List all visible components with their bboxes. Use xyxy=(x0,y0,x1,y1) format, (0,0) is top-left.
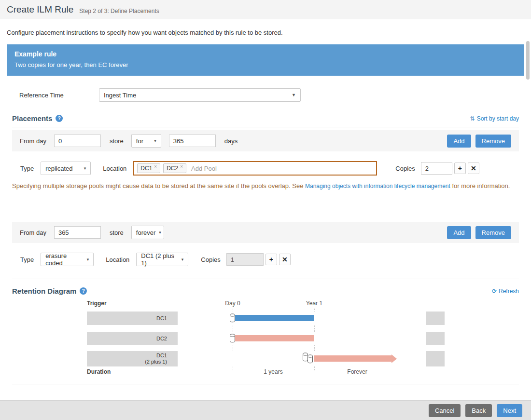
cancel-button[interactable]: Cancel xyxy=(429,404,461,417)
help-icon[interactable]: ? xyxy=(80,287,87,295)
duration-label: Duration xyxy=(87,368,111,375)
placement-detail-row-2: Type erasure coded ▾ Location DC1 (2 plu… xyxy=(12,253,519,266)
axis-day0-label: Day 0 xyxy=(218,300,247,307)
divider xyxy=(12,127,519,127)
chevron-down-icon: ▾ xyxy=(154,138,156,143)
from-day-label: From day xyxy=(20,137,46,145)
copies-input[interactable] xyxy=(421,162,452,175)
sort-by-start-day-link[interactable]: ⇅ Sort by start day xyxy=(470,115,519,122)
diagram-row-dc1-ec: DC1 (2 plus 1) xyxy=(87,351,445,366)
chevron-down-icon: ▼ xyxy=(292,93,296,97)
placement-row-1: From day store for ▾ days Add Remove xyxy=(12,130,519,151)
location-label: Location xyxy=(103,165,126,172)
store-mode-select[interactable]: for ▾ xyxy=(131,134,161,148)
storage-pool-warning: Specifying multiple storage pools might … xyxy=(12,181,517,191)
reference-time-row: Reference Time Ingest Time ▼ xyxy=(12,88,519,102)
add-pool-placeholder: Add Pool xyxy=(191,165,217,172)
retention-diagram-heading: Retention Diagram xyxy=(12,287,76,295)
page-header: Create ILM Rule Step 2 of 3: Define Plac… xyxy=(0,0,531,19)
pool-tag-label: DC1 xyxy=(140,165,152,172)
from-day-input[interactable] xyxy=(54,226,101,239)
store-label: store xyxy=(110,137,124,145)
remove-pool-icon[interactable]: × xyxy=(180,164,183,169)
storage-cylinder-icon xyxy=(307,354,313,365)
location-value: DC1 (2 plus 1) xyxy=(141,252,178,267)
refresh-link[interactable]: ⟳ Refresh xyxy=(492,288,519,295)
location-label: Location xyxy=(106,256,129,263)
back-button[interactable]: Back xyxy=(465,404,492,417)
refresh-link-label: Refresh xyxy=(499,288,519,295)
from-day-label: From day xyxy=(20,229,46,236)
placements-header: Placements ? ⇅ Sort by start day xyxy=(12,114,519,122)
chevron-down-icon: ▾ xyxy=(87,257,89,262)
example-rule-banner: Example rule Two copies for one year, th… xyxy=(7,44,524,76)
chevron-down-icon: ▾ xyxy=(159,230,161,235)
copies-label: Copies xyxy=(395,165,415,172)
store-mode-value: for xyxy=(136,137,143,145)
placement-row-2: From day store forever ▾ Add Remove xyxy=(12,222,519,243)
sort-link-label: Sort by start day xyxy=(477,115,519,122)
reference-time-select[interactable]: Ingest Time ▼ xyxy=(99,88,301,102)
duration-days-input[interactable] xyxy=(169,135,216,147)
placement-detail-row-1: Type replicated ▾ Location DC1 × DC2 × A… xyxy=(12,161,519,176)
close-icon: ✕ xyxy=(471,164,476,172)
store-label: store xyxy=(110,229,124,236)
axis-1years-label: 1 years xyxy=(259,368,288,375)
retention-bar-dc1-ec xyxy=(314,355,391,362)
trigger-label: Trigger xyxy=(87,300,107,307)
chevron-down-icon: ▾ xyxy=(84,166,86,171)
from-day-input[interactable] xyxy=(54,135,101,147)
example-rule-description: Two copies for one year, then EC forever xyxy=(14,61,517,68)
retention-bar-dc2 xyxy=(233,335,314,341)
location-pool-input[interactable]: DC1 × DC2 × Add Pool xyxy=(133,161,377,176)
placements-heading: Placements xyxy=(12,114,52,122)
plus-icon: + xyxy=(269,256,273,263)
copies-input-disabled xyxy=(226,253,264,266)
type-value: erasure coded xyxy=(45,252,83,267)
plus-icon: + xyxy=(458,164,462,172)
page-title: Create ILM Rule xyxy=(7,4,73,15)
remove-placement-button[interactable]: Remove xyxy=(475,135,511,148)
storage-cylinder-icon xyxy=(229,334,236,344)
refresh-icon: ⟳ xyxy=(492,288,497,295)
help-icon[interactable]: ? xyxy=(56,115,63,122)
divider xyxy=(12,384,519,384)
scrollbar-thumb[interactable] xyxy=(526,41,530,80)
diagram-row-label: DC2 xyxy=(156,336,167,342)
type-value: replicated xyxy=(45,165,72,172)
type-select[interactable]: replicated ▾ xyxy=(41,162,91,175)
next-button[interactable]: Next xyxy=(497,404,522,417)
remove-pool-icon[interactable]: × xyxy=(154,164,157,169)
axis-forever-label: Forever xyxy=(343,368,372,375)
store-mode-select[interactable]: forever ▾ xyxy=(131,226,164,239)
wizard-footer: Cancel Back Next xyxy=(0,400,531,420)
retention-diagram: Trigger Day 0 Year 1 DC1 DC2 DC1 (2 plus… xyxy=(12,299,519,376)
type-label: Type xyxy=(20,165,34,172)
diagram-row-label: DC1 xyxy=(156,352,167,359)
close-icon: ✕ xyxy=(282,256,288,263)
pool-tag[interactable]: DC1 × xyxy=(137,163,160,173)
divider xyxy=(12,279,519,279)
warning-text-pre: Specifying multiple storage pools might … xyxy=(12,182,305,190)
store-mode-value: forever xyxy=(136,229,155,236)
forever-arrow-icon xyxy=(391,354,397,363)
ilm-docs-link[interactable]: Managing objects with information lifecy… xyxy=(305,183,450,190)
intro-text: Configure placement instructions to spec… xyxy=(0,19,531,36)
add-placement-button[interactable]: Add xyxy=(447,135,471,148)
retention-diagram-header: Retention Diagram ? ⟳ Refresh xyxy=(12,287,519,295)
add-placement-button[interactable]: Add xyxy=(447,226,471,239)
delete-rule-line-button[interactable]: ✕ xyxy=(279,254,291,265)
remove-placement-button[interactable]: Remove xyxy=(475,226,511,239)
reference-time-value: Ingest Time xyxy=(104,92,136,99)
add-rule-line-button[interactable]: + xyxy=(266,254,277,265)
pool-tag-label: DC2 xyxy=(167,165,178,172)
pool-tag[interactable]: DC2 × xyxy=(163,163,186,173)
location-select[interactable]: DC1 (2 plus 1) ▾ xyxy=(136,253,188,266)
reference-time-label: Reference Time xyxy=(12,92,99,99)
diagram-row-sublabel: (2 plus 1) xyxy=(145,359,167,365)
delete-rule-line-button[interactable]: ✕ xyxy=(468,163,479,174)
diagram-row-dc1: DC1 xyxy=(87,312,445,325)
add-rule-line-button[interactable]: + xyxy=(454,163,466,174)
type-select[interactable]: erasure coded ▾ xyxy=(41,253,94,266)
type-label: Type xyxy=(20,256,34,263)
